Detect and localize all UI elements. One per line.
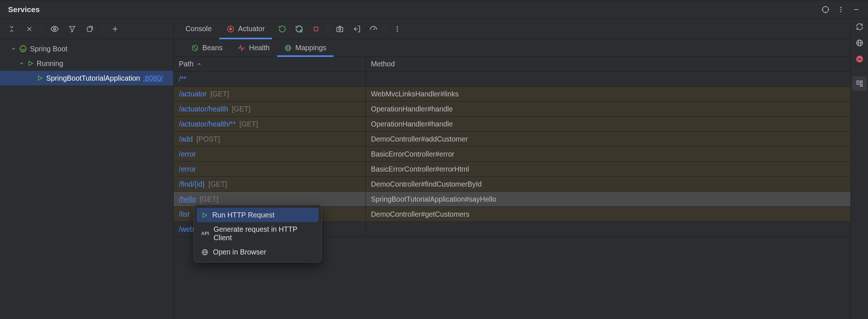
table-header: Path Method [174,57,850,72]
exit-icon[interactable] [352,24,362,34]
filter-icon[interactable] [67,24,77,34]
gauge-icon[interactable] [368,24,379,34]
titlebar-actions [820,4,861,15]
cm-generate[interactable]: API Generate request in HTTP Client [197,222,319,245]
play-icon [201,212,208,219]
svg-rect-13 [87,27,92,32]
beans-icon [191,44,199,52]
table-row[interactable]: /error BasicErrorController#errorHtml [174,162,850,177]
svg-point-5 [840,7,841,8]
cm-open-browser[interactable]: Open in Browser [197,245,319,259]
tab-actuator-label: Actuator [238,25,265,33]
svg-point-16 [20,46,26,52]
services-tree: Spring Boot Running SpringBootTutorialAp… [0,39,173,88]
show-icon[interactable] [49,24,60,34]
svg-marker-17 [29,61,33,66]
diagram-icon[interactable] [852,76,867,91]
col-path-label: Path [179,60,194,68]
right-panel: Console Actuator [174,19,850,319]
col-method-label: Method [371,60,395,68]
rerun-modified-icon[interactable] [294,24,304,34]
play-icon [37,75,43,81]
context-menu: Run HTTP Request API Generate request in… [194,205,322,263]
tree-app[interactable]: SpringBootTutorialApplication :8080/ [0,71,173,85]
table-row[interactable]: /** [174,72,850,87]
refresh-icon[interactable] [854,22,865,32]
expand-collapse-icon[interactable] [7,24,17,34]
svg-marker-18 [38,76,43,80]
minimize-icon[interactable] [851,4,861,15]
m-badge-icon[interactable]: m [854,54,865,64]
tree-app-port[interactable]: :8080/ [143,74,163,82]
svg-text:m: m [858,57,861,61]
chevron-down-icon [11,46,16,51]
svg-line-26 [374,28,375,30]
spring-icon [19,45,27,53]
svg-point-28 [397,28,398,29]
subtab-mappings[interactable]: Mappings [277,39,334,57]
subtab-health-label: Health [249,44,269,52]
svg-rect-23 [337,27,343,32]
svg-marker-12 [70,26,75,32]
right-side-strip: m [850,19,868,319]
subtab-beans[interactable]: Beans [184,39,230,57]
col-method[interactable]: Method [366,57,850,71]
svg-line-31 [193,46,197,50]
titlebar: Services [0,0,868,18]
camera-icon[interactable] [335,24,345,34]
actuator-subtabs: Beans Health Mappings [174,39,850,57]
play-icon [27,60,34,67]
svg-point-24 [339,28,341,30]
tree-running[interactable]: Running [0,56,173,71]
add-icon[interactable] [110,24,120,34]
table-row[interactable]: /actuator [GET] WebMvcLinksHandler#links [174,87,850,102]
mappings-table: Path Method /** /actuator [GET] WebMvcLi… [174,57,850,319]
target-icon[interactable] [820,4,831,15]
tab-actuator[interactable]: Actuator [219,19,272,39]
svg-point-20 [229,28,232,30]
tab-console-label: Console [185,25,212,33]
more-icon[interactable] [836,4,846,15]
cm-open-label: Open in Browser [213,248,266,256]
open-window-icon[interactable] [85,24,95,34]
rerun-icon[interactable] [277,24,287,34]
mappings-icon [284,44,292,52]
tree-running-label: Running [37,59,63,68]
api-icon: API [201,231,209,236]
panel-title: Services [8,5,40,14]
table-row[interactable]: /error BasicErrorController#error [174,147,850,162]
tree-root-springboot[interactable]: Spring Boot [0,41,173,56]
table-row[interactable]: /actuator/health [GET] OperationHandler#… [174,102,850,117]
svg-point-6 [840,9,841,10]
col-path[interactable]: Path [174,57,366,71]
svg-marker-43 [203,213,207,217]
svg-rect-41 [860,81,862,83]
more-icon[interactable] [392,24,402,34]
left-panel: Spring Boot Running SpringBootTutorialAp… [0,19,174,319]
svg-point-27 [397,26,398,27]
tab-console[interactable]: Console [178,19,219,39]
cm-run-http[interactable]: Run HTTP Request [197,208,319,222]
tree-app-label: SpringBootTutorialApplication [46,74,140,82]
svg-point-11 [54,28,56,30]
chevron-down-icon [19,61,24,66]
globe-icon[interactable] [854,38,865,48]
subtab-mappings-label: Mappings [295,44,327,52]
svg-point-0 [823,6,829,12]
tree-root-label: Spring Boot [30,45,67,53]
svg-point-21 [300,29,302,32]
cm-generate-label: Generate request in HTTP Client [214,225,314,242]
table-row[interactable]: /add [POST] DemoController#addCustomer [174,132,850,147]
globe-icon [201,249,209,256]
run-tabs: Console Actuator [174,19,850,39]
cm-run-label: Run HTTP Request [212,211,275,219]
svg-rect-42 [860,84,862,87]
subtab-beans-label: Beans [202,44,222,52]
svg-point-7 [840,11,841,12]
close-all-icon[interactable] [24,24,34,34]
table-row[interactable]: /find/{id} [GET] DemoController#findCust… [174,177,850,192]
table-row[interactable]: /actuator/health/** [GET] OperationHandl… [174,117,850,132]
subtab-health[interactable]: Health [230,39,277,57]
svg-rect-22 [314,27,318,31]
stop-icon[interactable] [311,24,321,34]
